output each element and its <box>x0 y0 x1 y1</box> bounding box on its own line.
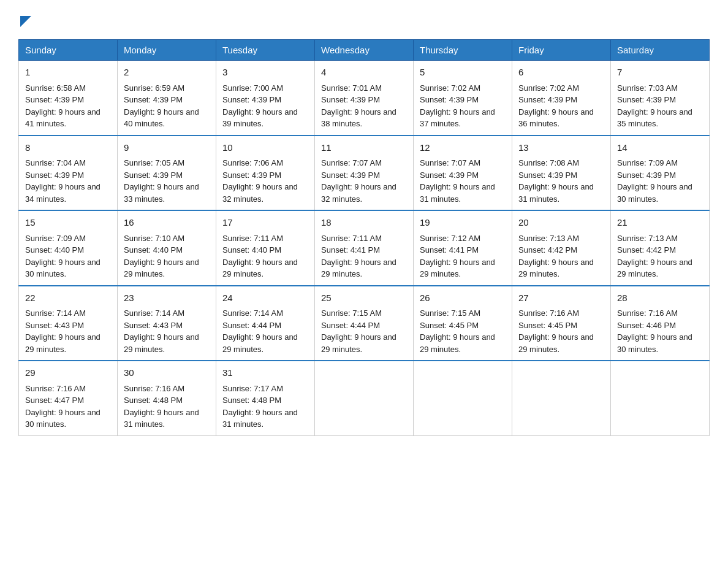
calendar-week-row: 8 Sunrise: 7:04 AMSunset: 4:39 PMDayligh… <box>19 136 710 211</box>
day-info: Sunrise: 7:14 AMSunset: 4:44 PMDaylight:… <box>222 308 298 354</box>
calendar-week-row: 29 Sunrise: 7:16 AMSunset: 4:47 PMDaylig… <box>19 361 710 435</box>
day-number: 22 <box>25 291 111 305</box>
calendar-day-cell: 3 Sunrise: 7:00 AMSunset: 4:39 PMDayligh… <box>216 61 315 136</box>
day-info: Sunrise: 7:11 AMSunset: 4:41 PMDaylight:… <box>321 234 396 279</box>
day-number: 14 <box>617 141 703 155</box>
logo <box>18 15 31 29</box>
day-info: Sunrise: 7:04 AMSunset: 4:39 PMDaylight:… <box>25 158 100 204</box>
day-of-week-header: Friday <box>512 40 611 61</box>
day-number: 13 <box>518 141 604 155</box>
svg-marker-0 <box>20 16 31 27</box>
calendar-day-cell: 28 Sunrise: 7:16 AMSunset: 4:46 PMDaylig… <box>611 286 710 361</box>
day-info: Sunrise: 7:11 AMSunset: 4:40 PMDaylight:… <box>222 234 298 279</box>
calendar-day-cell: 7 Sunrise: 7:03 AMSunset: 4:39 PMDayligh… <box>611 61 710 136</box>
day-of-week-header: Sunday <box>19 40 118 61</box>
calendar-day-cell: 4 Sunrise: 7:01 AMSunset: 4:39 PMDayligh… <box>315 61 414 136</box>
day-number: 27 <box>518 291 604 305</box>
calendar-day-cell: 2 Sunrise: 6:59 AMSunset: 4:39 PMDayligh… <box>118 61 216 136</box>
calendar-day-cell: 27 Sunrise: 7:16 AMSunset: 4:45 PMDaylig… <box>512 286 611 361</box>
day-info: Sunrise: 7:02 AMSunset: 4:39 PMDaylight:… <box>518 83 594 129</box>
day-number: 16 <box>124 216 210 230</box>
day-number: 28 <box>617 291 703 305</box>
day-info: Sunrise: 7:16 AMSunset: 4:46 PMDaylight:… <box>617 308 692 354</box>
day-number: 7 <box>617 66 703 80</box>
day-of-week-header: Monday <box>118 40 216 61</box>
calendar-day-cell <box>315 361 414 435</box>
day-number: 29 <box>25 366 111 380</box>
day-number: 6 <box>518 66 604 80</box>
day-info: Sunrise: 7:12 AMSunset: 4:41 PMDaylight:… <box>420 234 495 279</box>
day-info: Sunrise: 7:07 AMSunset: 4:39 PMDaylight:… <box>321 158 396 204</box>
calendar-day-cell: 20 Sunrise: 7:13 AMSunset: 4:42 PMDaylig… <box>512 210 611 286</box>
day-number: 23 <box>124 291 210 305</box>
calendar-day-cell: 19 Sunrise: 7:12 AMSunset: 4:41 PMDaylig… <box>414 210 512 286</box>
logo-arrow-icon <box>20 16 31 27</box>
day-info: Sunrise: 7:00 AMSunset: 4:39 PMDaylight:… <box>222 83 298 129</box>
day-number: 31 <box>222 366 308 380</box>
calendar-week-row: 15 Sunrise: 7:09 AMSunset: 4:40 PMDaylig… <box>19 210 710 286</box>
day-of-week-header: Thursday <box>414 40 512 61</box>
calendar-day-cell: 15 Sunrise: 7:09 AMSunset: 4:40 PMDaylig… <box>19 210 118 286</box>
day-info: Sunrise: 7:16 AMSunset: 4:47 PMDaylight:… <box>25 384 100 429</box>
day-info: Sunrise: 7:13 AMSunset: 4:42 PMDaylight:… <box>617 234 692 279</box>
calendar-day-cell: 14 Sunrise: 7:09 AMSunset: 4:39 PMDaylig… <box>611 136 710 211</box>
day-info: Sunrise: 7:09 AMSunset: 4:39 PMDaylight:… <box>617 158 692 204</box>
day-info: Sunrise: 7:16 AMSunset: 4:48 PMDaylight:… <box>124 384 199 429</box>
day-number: 11 <box>321 141 407 155</box>
day-info: Sunrise: 7:09 AMSunset: 4:40 PMDaylight:… <box>25 234 100 279</box>
calendar-day-cell: 26 Sunrise: 7:15 AMSunset: 4:45 PMDaylig… <box>414 286 512 361</box>
calendar-day-cell <box>611 361 710 435</box>
calendar-day-cell: 12 Sunrise: 7:07 AMSunset: 4:39 PMDaylig… <box>414 136 512 211</box>
day-number: 25 <box>321 291 407 305</box>
calendar-day-cell: 17 Sunrise: 7:11 AMSunset: 4:40 PMDaylig… <box>216 210 315 286</box>
day-info: Sunrise: 7:16 AMSunset: 4:45 PMDaylight:… <box>518 308 594 354</box>
day-info: Sunrise: 7:08 AMSunset: 4:39 PMDaylight:… <box>518 158 594 204</box>
calendar-week-row: 22 Sunrise: 7:14 AMSunset: 4:43 PMDaylig… <box>19 286 710 361</box>
page-header <box>18 15 710 29</box>
day-number: 19 <box>420 216 506 230</box>
day-number: 20 <box>518 216 604 230</box>
day-number: 12 <box>420 141 506 155</box>
calendar-day-cell: 1 Sunrise: 6:58 AMSunset: 4:39 PMDayligh… <box>19 61 118 136</box>
calendar-day-cell <box>414 361 512 435</box>
calendar-day-cell: 8 Sunrise: 7:04 AMSunset: 4:39 PMDayligh… <box>19 136 118 211</box>
calendar-day-cell: 21 Sunrise: 7:13 AMSunset: 4:42 PMDaylig… <box>611 210 710 286</box>
day-info: Sunrise: 7:03 AMSunset: 4:39 PMDaylight:… <box>617 83 692 129</box>
day-number: 21 <box>617 216 703 230</box>
day-of-week-header: Tuesday <box>216 40 315 61</box>
calendar-week-row: 1 Sunrise: 6:58 AMSunset: 4:39 PMDayligh… <box>19 61 710 136</box>
day-number: 17 <box>222 216 308 230</box>
day-number: 24 <box>222 291 308 305</box>
calendar-day-cell: 9 Sunrise: 7:05 AMSunset: 4:39 PMDayligh… <box>118 136 216 211</box>
day-of-week-header: Wednesday <box>315 40 414 61</box>
calendar-day-cell: 29 Sunrise: 7:16 AMSunset: 4:47 PMDaylig… <box>19 361 118 435</box>
calendar-day-cell: 11 Sunrise: 7:07 AMSunset: 4:39 PMDaylig… <box>315 136 414 211</box>
day-info: Sunrise: 7:15 AMSunset: 4:45 PMDaylight:… <box>420 308 495 354</box>
day-info: Sunrise: 7:06 AMSunset: 4:39 PMDaylight:… <box>222 158 298 204</box>
day-number: 15 <box>25 216 111 230</box>
calendar-day-cell: 5 Sunrise: 7:02 AMSunset: 4:39 PMDayligh… <box>414 61 512 136</box>
day-info: Sunrise: 6:59 AMSunset: 4:39 PMDaylight:… <box>124 83 199 129</box>
day-info: Sunrise: 7:17 AMSunset: 4:48 PMDaylight:… <box>222 384 298 429</box>
day-number: 30 <box>124 366 210 380</box>
day-info: Sunrise: 7:07 AMSunset: 4:39 PMDaylight:… <box>420 158 495 204</box>
day-number: 26 <box>420 291 506 305</box>
calendar-table: SundayMondayTuesdayWednesdayThursdayFrid… <box>18 39 710 436</box>
day-number: 4 <box>321 66 407 80</box>
calendar-day-cell: 16 Sunrise: 7:10 AMSunset: 4:40 PMDaylig… <box>118 210 216 286</box>
day-number: 10 <box>222 141 308 155</box>
calendar-day-cell: 22 Sunrise: 7:14 AMSunset: 4:43 PMDaylig… <box>19 286 118 361</box>
day-number: 9 <box>124 141 210 155</box>
day-number: 3 <box>222 66 308 80</box>
calendar-day-cell: 13 Sunrise: 7:08 AMSunset: 4:39 PMDaylig… <box>512 136 611 211</box>
calendar-day-cell: 24 Sunrise: 7:14 AMSunset: 4:44 PMDaylig… <box>216 286 315 361</box>
calendar-day-cell: 6 Sunrise: 7:02 AMSunset: 4:39 PMDayligh… <box>512 61 611 136</box>
day-info: Sunrise: 7:01 AMSunset: 4:39 PMDaylight:… <box>321 83 396 129</box>
day-info: Sunrise: 6:58 AMSunset: 4:39 PMDaylight:… <box>25 83 100 129</box>
day-info: Sunrise: 7:15 AMSunset: 4:44 PMDaylight:… <box>321 308 396 354</box>
calendar-day-cell: 10 Sunrise: 7:06 AMSunset: 4:39 PMDaylig… <box>216 136 315 211</box>
day-of-week-header: Saturday <box>611 40 710 61</box>
day-info: Sunrise: 7:05 AMSunset: 4:39 PMDaylight:… <box>124 158 199 204</box>
day-number: 5 <box>420 66 506 80</box>
day-info: Sunrise: 7:13 AMSunset: 4:42 PMDaylight:… <box>518 234 594 279</box>
